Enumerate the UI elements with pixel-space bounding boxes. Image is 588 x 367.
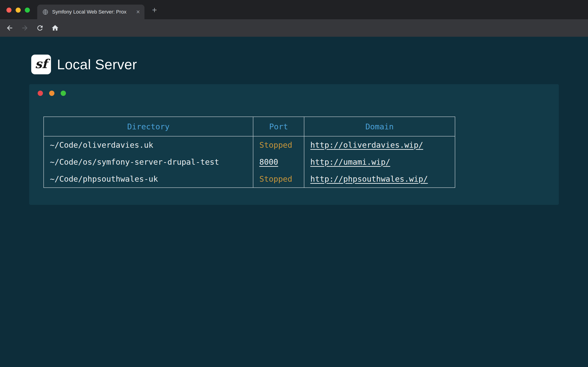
- directory-cell: ~/Code/phpsouthwales-uk: [44, 170, 253, 187]
- window-zoom-button[interactable]: [25, 8, 30, 13]
- tab-strip: Symfony Local Web Server: Prox × +: [0, 0, 588, 19]
- home-button[interactable]: [51, 24, 59, 32]
- globe-icon: [42, 9, 48, 15]
- domain-cell: http://umami.wip/: [304, 153, 455, 170]
- browser-tab[interactable]: Symfony Local Web Server: Prox ×: [37, 5, 145, 19]
- nav-buttons: [6, 19, 59, 37]
- directory-cell: ~/Code/os/symfony-server-drupal-test: [44, 153, 253, 170]
- domain-link[interactable]: http://phpsouthwales.wip/: [310, 174, 428, 184]
- tab-title: Symfony Local Web Server: Prox: [52, 9, 134, 15]
- browser-toolbar: localhost:7080 ••• ⚙ ⚙ U ☁ A V R ⋮: [0, 19, 588, 37]
- page-content: sf Local Server Directory Port Domain ~/…: [0, 37, 588, 367]
- directory-cell: ~/Code/oliverdavies.uk: [44, 136, 253, 153]
- panel-dot-red: [38, 91, 43, 96]
- page-title: Local Server: [57, 56, 137, 73]
- servers-table: Directory Port Domain ~/Code/oliverdavie…: [43, 117, 455, 188]
- column-header-port: Port: [253, 117, 304, 136]
- domain-cell: http://oliverdavies.wip/: [304, 136, 455, 153]
- brand: sf Local Server: [31, 55, 137, 74]
- tab-close-icon[interactable]: ×: [136, 9, 140, 15]
- panel-window-dots: [38, 91, 66, 96]
- domain-link[interactable]: http://umami.wip/: [310, 157, 390, 167]
- panel-dot-orange: [49, 91, 54, 96]
- browser-window: Symfony Local Web Server: Prox × + loc: [0, 0, 588, 367]
- window-minimize-button[interactable]: [16, 8, 21, 13]
- back-button[interactable]: [6, 24, 14, 32]
- server-panel: Directory Port Domain ~/Code/oliverdavie…: [29, 84, 559, 205]
- reload-button[interactable]: [36, 24, 44, 32]
- port-cell: 8000: [253, 153, 304, 170]
- domain-link[interactable]: http://oliverdavies.wip/: [310, 140, 423, 150]
- port-cell: Stopped: [253, 170, 304, 187]
- port-link[interactable]: 8000: [259, 157, 278, 167]
- new-tab-button[interactable]: +: [152, 6, 157, 14]
- panel-dot-green: [61, 91, 66, 96]
- symfony-logo: sf: [31, 55, 51, 74]
- window-controls: [6, 8, 30, 13]
- domain-cell: http://phpsouthwales.wip/: [304, 170, 455, 187]
- window-close-button[interactable]: [6, 8, 11, 13]
- column-header-domain: Domain: [304, 117, 455, 136]
- symfony-logo-text: sf: [35, 56, 47, 71]
- forward-button[interactable]: [21, 24, 29, 32]
- column-header-directory: Directory: [44, 117, 253, 136]
- port-cell: Stopped: [253, 136, 304, 153]
